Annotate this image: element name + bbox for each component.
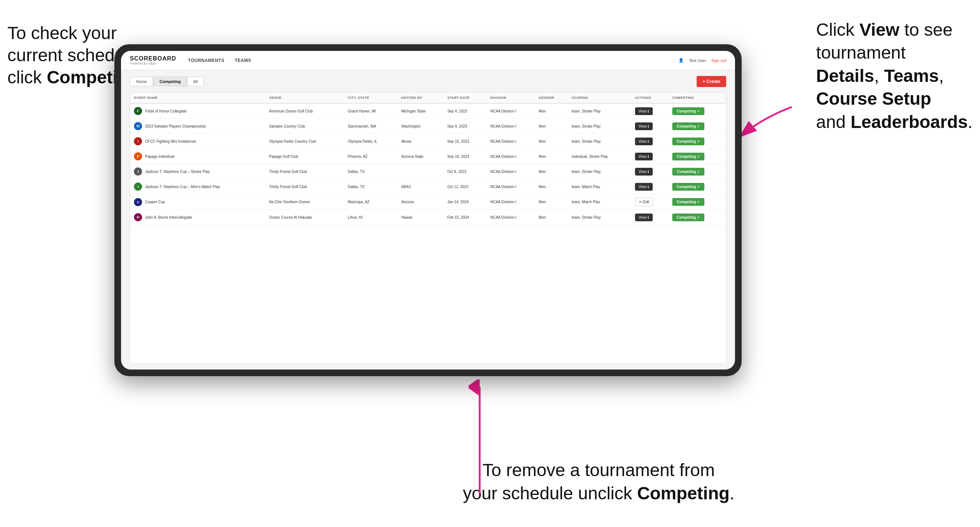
brand-subtitle: Powered by clippi bbox=[130, 62, 177, 65]
competing-button[interactable]: Competing ✓ bbox=[672, 122, 705, 130]
action-cell: View ℹ bbox=[631, 179, 668, 194]
date-cell: Feb 15, 2024 bbox=[444, 210, 487, 225]
city-cell: Dallas, TX bbox=[344, 179, 398, 194]
hosted-cell: Illinois bbox=[398, 134, 444, 149]
venue-cell: Sahalee Country Club bbox=[265, 119, 344, 134]
competing-button[interactable]: Competing ✓ bbox=[672, 183, 705, 190]
view-button[interactable]: View ℹ bbox=[635, 122, 653, 130]
hosted-cell: Washington bbox=[398, 119, 444, 134]
tournament-table-container: EVENT NAME VENUE CITY, STATE HOSTED BY S… bbox=[130, 92, 726, 364]
view-button[interactable]: View ℹ bbox=[635, 153, 653, 160]
division-cell: NCAA Division I bbox=[487, 103, 535, 119]
create-button[interactable]: + Create bbox=[697, 76, 726, 87]
division-cell: NCAA Division I bbox=[487, 149, 535, 164]
scoring-cell: team, Stroke Play bbox=[568, 134, 631, 149]
competing-button[interactable]: Competing ✓ bbox=[672, 153, 705, 160]
competing-cell: Competing ✓ bbox=[668, 210, 726, 225]
competing-button[interactable]: Competing ✓ bbox=[672, 107, 705, 115]
division-cell: NCAA Division I bbox=[487, 119, 535, 134]
team-logo: H bbox=[134, 213, 142, 221]
date-cell: Oct 11, 2023 bbox=[444, 179, 487, 194]
competing-cell: Competing ✓ bbox=[668, 103, 726, 119]
navbar: SCOREBOARD Powered by clippi TOURNAMENTS… bbox=[121, 51, 735, 70]
venue-cell: American Dunes Golf Club bbox=[265, 103, 344, 119]
competing-button[interactable]: Competing ✓ bbox=[672, 168, 705, 176]
gender-cell: Men bbox=[535, 194, 568, 210]
view-button[interactable]: View ℹ bbox=[635, 138, 653, 145]
competing-button[interactable]: Competing ✓ bbox=[672, 198, 705, 206]
scoring-cell: team, Stroke Play bbox=[568, 164, 631, 179]
view-button[interactable]: View ℹ bbox=[635, 168, 653, 176]
tab-home[interactable]: Home bbox=[130, 77, 153, 86]
nav-links: TOURNAMENTS TEAMS bbox=[188, 58, 679, 63]
competing-cell: Competing ✓ bbox=[668, 149, 726, 164]
competing-cell: Competing ✓ bbox=[668, 119, 726, 134]
col-hosted-by: HOSTED BY bbox=[398, 92, 444, 103]
scoring-cell: team, Match Play bbox=[568, 194, 631, 210]
scoring-cell: team, Stroke Play bbox=[568, 103, 631, 119]
table-row: W 2023 Sahalee Players Championship Saha… bbox=[130, 119, 726, 134]
view-button[interactable]: View ℹ bbox=[635, 183, 653, 190]
tab-competing[interactable]: Competing bbox=[153, 77, 187, 86]
event-name: 2023 Sahalee Players Championship bbox=[145, 124, 206, 129]
competing-button[interactable]: Competing ✓ bbox=[672, 214, 705, 221]
table-row: A Copper Cup Ak-Chin Southern DunesMaric… bbox=[130, 194, 726, 210]
gender-cell: Men bbox=[535, 103, 568, 119]
tab-all[interactable]: All bbox=[187, 77, 204, 86]
date-cell: Sep 4, 2023 bbox=[444, 103, 487, 119]
date-cell: Oct 9, 2023 bbox=[444, 164, 487, 179]
date-cell: Sep 9, 2023 bbox=[444, 119, 487, 134]
division-cell: NCAA Division I bbox=[487, 164, 535, 179]
signout-link[interactable]: Sign out bbox=[711, 58, 726, 63]
date-cell: Sep 18, 2023 bbox=[444, 149, 487, 164]
table-row: P Papago Individual Papago Golf ClubPhoe… bbox=[130, 149, 726, 164]
competing-button[interactable]: Competing ✓ bbox=[672, 138, 705, 145]
col-actions: ACTIONS bbox=[631, 92, 668, 103]
action-cell: View ℹ bbox=[631, 164, 668, 179]
city-cell: Dallas, TX bbox=[344, 164, 398, 179]
edit-button[interactable]: ✏ Edit bbox=[635, 198, 654, 206]
city-cell: Sammamish, WA bbox=[344, 119, 398, 134]
event-name: Copper Cup bbox=[145, 200, 165, 204]
main-content: Home Competing All + Create EVENT NAME V… bbox=[121, 70, 735, 370]
venue-cell: Ak-Chin Southern Dunes bbox=[265, 194, 344, 210]
nav-teams[interactable]: TEAMS bbox=[235, 58, 251, 63]
team-logo: P bbox=[134, 152, 142, 160]
competing-cell: Competing ✓ bbox=[668, 179, 726, 194]
nav-right: 👤 Test User Sign out bbox=[679, 58, 726, 63]
view-button[interactable]: View ℹ bbox=[635, 214, 653, 221]
col-competing: COMPETING bbox=[668, 92, 726, 103]
user-icon: 👤 bbox=[679, 58, 684, 63]
event-name: OFCC Fighting Illini Invitational bbox=[145, 140, 196, 143]
event-name-cell: H John A. Burns Intercollegiate bbox=[130, 210, 265, 225]
event-name-cell: J Jackson T. Stephens Cup – Stroke Play bbox=[130, 164, 265, 179]
hosted-cell: Michigan State bbox=[398, 103, 444, 119]
date-cell: Jan 14, 2024 bbox=[444, 194, 487, 210]
team-logo: F bbox=[134, 107, 142, 115]
city-cell: Olympia Fields, IL bbox=[344, 134, 398, 149]
table-row: I OFCC Fighting Illini Invitational Olym… bbox=[130, 134, 726, 149]
table-row: H John A. Burns Intercollegiate Ocean Co… bbox=[130, 210, 726, 225]
hosted-cell: ABAC bbox=[398, 179, 444, 194]
filter-tabs: Home Competing All bbox=[130, 77, 204, 86]
gender-cell: Men bbox=[535, 179, 568, 194]
team-logo: I bbox=[134, 137, 142, 145]
division-cell: NCAA Division I bbox=[487, 194, 535, 210]
scoring-cell: team, Match Play bbox=[568, 179, 631, 194]
nav-tournaments[interactable]: TOURNAMENTS bbox=[188, 58, 225, 63]
city-cell: Phoenix, AZ bbox=[344, 149, 398, 164]
gender-cell: Men bbox=[535, 119, 568, 134]
venue-cell: Ocean Course At Hokuala bbox=[265, 210, 344, 225]
team-logo: W bbox=[134, 122, 142, 130]
gender-cell: Men bbox=[535, 134, 568, 149]
col-city-state: CITY, STATE bbox=[344, 92, 398, 103]
user-name: Test User bbox=[689, 58, 706, 63]
competing-cell: Competing ✓ bbox=[668, 194, 726, 210]
venue-cell: Papago Golf Club bbox=[265, 149, 344, 164]
event-name-cell: P Papago Individual bbox=[130, 149, 265, 164]
event-name-cell: J Jackson T. Stephens Cup – Men's Match … bbox=[130, 179, 265, 194]
division-cell: NCAA Division I bbox=[487, 134, 535, 149]
event-name: Jackson T. Stephens Cup – Stroke Play bbox=[145, 170, 210, 174]
view-button[interactable]: View ℹ bbox=[635, 107, 653, 115]
tablet-screen: SCOREBOARD Powered by clippi TOURNAMENTS… bbox=[121, 51, 735, 370]
